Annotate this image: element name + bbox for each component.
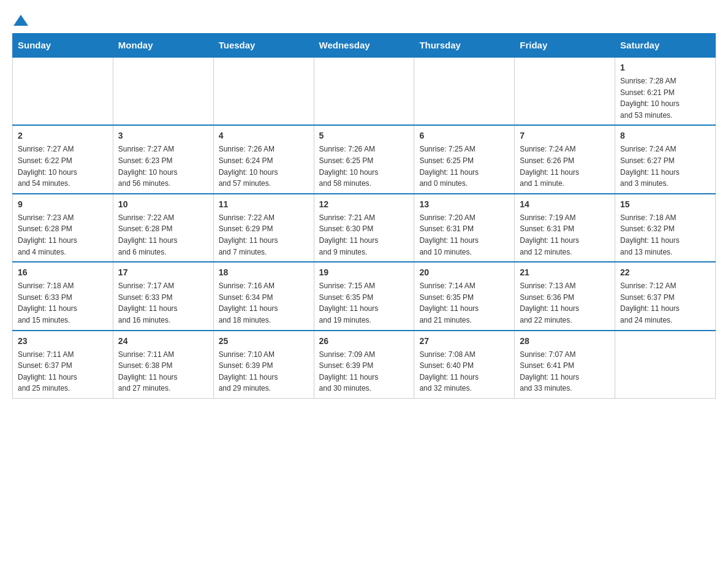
day-info: Sunrise: 7:27 AMSunset: 6:23 PMDaylight:… bbox=[118, 144, 208, 189]
day-number: 19 bbox=[319, 266, 409, 279]
weekday-header-row: SundayMondayTuesdayWednesdayThursdayFrid… bbox=[13, 34, 716, 58]
day-number: 21 bbox=[520, 266, 610, 279]
calendar-cell: 26Sunrise: 7:09 AMSunset: 6:39 PMDayligh… bbox=[314, 331, 414, 399]
day-number: 20 bbox=[419, 266, 509, 279]
day-info: Sunrise: 7:09 AMSunset: 6:39 PMDaylight:… bbox=[319, 349, 409, 394]
calendar-cell bbox=[414, 57, 515, 125]
calendar-cell: 2Sunrise: 7:27 AMSunset: 6:22 PMDaylight… bbox=[13, 125, 113, 193]
calendar-week-row: 2Sunrise: 7:27 AMSunset: 6:22 PMDaylight… bbox=[13, 125, 716, 193]
calendar-week-row: 23Sunrise: 7:11 AMSunset: 6:37 PMDayligh… bbox=[13, 331, 716, 399]
calendar-cell: 27Sunrise: 7:08 AMSunset: 6:40 PMDayligh… bbox=[414, 331, 515, 399]
day-number: 5 bbox=[319, 129, 409, 142]
day-info: Sunrise: 7:21 AMSunset: 6:30 PMDaylight:… bbox=[319, 212, 409, 258]
day-number: 17 bbox=[118, 266, 208, 279]
day-info: Sunrise: 7:18 AMSunset: 6:32 PMDaylight:… bbox=[620, 212, 710, 258]
day-info: Sunrise: 7:26 AMSunset: 6:25 PMDaylight:… bbox=[319, 144, 409, 189]
calendar-cell bbox=[213, 57, 314, 125]
calendar-cell: 4Sunrise: 7:26 AMSunset: 6:24 PMDaylight… bbox=[213, 125, 314, 193]
calendar-cell: 3Sunrise: 7:27 AMSunset: 6:23 PMDaylight… bbox=[113, 125, 213, 193]
day-info: Sunrise: 7:19 AMSunset: 6:31 PMDaylight:… bbox=[520, 212, 610, 258]
day-info: Sunrise: 7:15 AMSunset: 6:35 PMDaylight:… bbox=[319, 280, 409, 326]
day-info: Sunrise: 7:11 AMSunset: 6:38 PMDaylight:… bbox=[118, 349, 208, 394]
day-number: 12 bbox=[319, 198, 409, 211]
calendar-week-row: 16Sunrise: 7:18 AMSunset: 6:33 PMDayligh… bbox=[13, 262, 716, 330]
weekday-header-sunday: Sunday bbox=[13, 34, 113, 58]
day-number: 13 bbox=[419, 198, 509, 211]
day-info: Sunrise: 7:17 AMSunset: 6:33 PMDaylight:… bbox=[118, 280, 208, 326]
calendar-cell: 22Sunrise: 7:12 AMSunset: 6:37 PMDayligh… bbox=[615, 262, 716, 330]
day-number: 2 bbox=[18, 129, 108, 142]
day-number: 27 bbox=[419, 335, 509, 348]
calendar-cell: 20Sunrise: 7:14 AMSunset: 6:35 PMDayligh… bbox=[414, 262, 515, 330]
day-info: Sunrise: 7:22 AMSunset: 6:29 PMDaylight:… bbox=[219, 212, 309, 258]
day-info: Sunrise: 7:24 AMSunset: 6:27 PMDaylight:… bbox=[620, 144, 710, 189]
day-info: Sunrise: 7:25 AMSunset: 6:25 PMDaylight:… bbox=[419, 144, 509, 189]
day-number: 26 bbox=[319, 335, 409, 348]
day-number: 23 bbox=[18, 335, 108, 348]
day-number: 11 bbox=[219, 198, 309, 211]
calendar-cell: 17Sunrise: 7:17 AMSunset: 6:33 PMDayligh… bbox=[113, 262, 213, 330]
weekday-header-friday: Friday bbox=[515, 34, 615, 58]
calendar-cell: 10Sunrise: 7:22 AMSunset: 6:28 PMDayligh… bbox=[113, 194, 213, 262]
day-info: Sunrise: 7:23 AMSunset: 6:28 PMDaylight:… bbox=[18, 212, 108, 258]
weekday-header-wednesday: Wednesday bbox=[314, 34, 414, 58]
weekday-header-thursday: Thursday bbox=[414, 34, 515, 58]
day-info: Sunrise: 7:10 AMSunset: 6:39 PMDaylight:… bbox=[219, 349, 309, 394]
day-number: 15 bbox=[620, 198, 710, 211]
day-info: Sunrise: 7:07 AMSunset: 6:41 PMDaylight:… bbox=[520, 349, 610, 394]
day-number: 16 bbox=[18, 266, 108, 279]
day-number: 10 bbox=[118, 198, 208, 211]
day-info: Sunrise: 7:18 AMSunset: 6:33 PMDaylight:… bbox=[18, 280, 108, 326]
day-info: Sunrise: 7:27 AMSunset: 6:22 PMDaylight:… bbox=[18, 144, 108, 189]
day-number: 4 bbox=[219, 129, 309, 142]
calendar-cell: 19Sunrise: 7:15 AMSunset: 6:35 PMDayligh… bbox=[314, 262, 414, 330]
calendar-cell: 7Sunrise: 7:24 AMSunset: 6:26 PMDaylight… bbox=[515, 125, 615, 193]
calendar-cell: 28Sunrise: 7:07 AMSunset: 6:41 PMDayligh… bbox=[515, 331, 615, 399]
day-info: Sunrise: 7:16 AMSunset: 6:34 PMDaylight:… bbox=[219, 280, 309, 326]
day-info: Sunrise: 7:08 AMSunset: 6:40 PMDaylight:… bbox=[419, 349, 509, 394]
calendar-cell: 14Sunrise: 7:19 AMSunset: 6:31 PMDayligh… bbox=[515, 194, 615, 262]
calendar-cell: 15Sunrise: 7:18 AMSunset: 6:32 PMDayligh… bbox=[615, 194, 716, 262]
weekday-header-monday: Monday bbox=[113, 34, 213, 58]
calendar-table: SundayMondayTuesdayWednesdayThursdayFrid… bbox=[12, 33, 716, 399]
day-number: 25 bbox=[219, 335, 309, 348]
calendar-cell: 18Sunrise: 7:16 AMSunset: 6:34 PMDayligh… bbox=[213, 262, 314, 330]
day-info: Sunrise: 7:22 AMSunset: 6:28 PMDaylight:… bbox=[118, 212, 208, 258]
day-number: 18 bbox=[219, 266, 309, 279]
calendar-cell: 9Sunrise: 7:23 AMSunset: 6:28 PMDaylight… bbox=[13, 194, 113, 262]
day-info: Sunrise: 7:13 AMSunset: 6:36 PMDaylight:… bbox=[520, 280, 610, 326]
weekday-header-saturday: Saturday bbox=[615, 34, 716, 58]
calendar-cell: 12Sunrise: 7:21 AMSunset: 6:30 PMDayligh… bbox=[314, 194, 414, 262]
calendar-cell: 1Sunrise: 7:28 AMSunset: 6:21 PMDaylight… bbox=[615, 57, 716, 125]
day-info: Sunrise: 7:24 AMSunset: 6:26 PMDaylight:… bbox=[520, 144, 610, 189]
calendar-cell bbox=[515, 57, 615, 125]
day-number: 8 bbox=[620, 129, 710, 142]
day-number: 9 bbox=[18, 198, 108, 211]
calendar-cell: 5Sunrise: 7:26 AMSunset: 6:25 PMDaylight… bbox=[314, 125, 414, 193]
calendar-cell: 23Sunrise: 7:11 AMSunset: 6:37 PMDayligh… bbox=[13, 331, 113, 399]
calendar-cell: 11Sunrise: 7:22 AMSunset: 6:29 PMDayligh… bbox=[213, 194, 314, 262]
calendar-cell: 13Sunrise: 7:20 AMSunset: 6:31 PMDayligh… bbox=[414, 194, 515, 262]
calendar-cell bbox=[615, 331, 716, 399]
day-info: Sunrise: 7:12 AMSunset: 6:37 PMDaylight:… bbox=[620, 280, 710, 326]
day-number: 6 bbox=[419, 129, 509, 142]
calendar-week-row: 1Sunrise: 7:28 AMSunset: 6:21 PMDaylight… bbox=[13, 57, 716, 125]
day-info: Sunrise: 7:14 AMSunset: 6:35 PMDaylight:… bbox=[419, 280, 509, 326]
day-number: 22 bbox=[620, 266, 710, 279]
day-number: 24 bbox=[118, 335, 208, 348]
calendar-cell: 21Sunrise: 7:13 AMSunset: 6:36 PMDayligh… bbox=[515, 262, 615, 330]
calendar-cell bbox=[113, 57, 213, 125]
calendar-cell: 6Sunrise: 7:25 AMSunset: 6:25 PMDaylight… bbox=[414, 125, 515, 193]
day-number: 28 bbox=[520, 335, 610, 348]
day-info: Sunrise: 7:26 AMSunset: 6:24 PMDaylight:… bbox=[219, 144, 309, 189]
calendar-cell: 24Sunrise: 7:11 AMSunset: 6:38 PMDayligh… bbox=[113, 331, 213, 399]
logo-flag-icon bbox=[13, 15, 28, 26]
calendar-week-row: 9Sunrise: 7:23 AMSunset: 6:28 PMDaylight… bbox=[13, 194, 716, 262]
calendar-cell bbox=[314, 57, 414, 125]
calendar-cell: 8Sunrise: 7:24 AMSunset: 6:27 PMDaylight… bbox=[615, 125, 716, 193]
calendar-cell bbox=[13, 57, 113, 125]
day-number: 14 bbox=[520, 198, 610, 211]
day-number: 3 bbox=[118, 129, 208, 142]
day-number: 7 bbox=[520, 129, 610, 142]
calendar-cell: 25Sunrise: 7:10 AMSunset: 6:39 PMDayligh… bbox=[213, 331, 314, 399]
